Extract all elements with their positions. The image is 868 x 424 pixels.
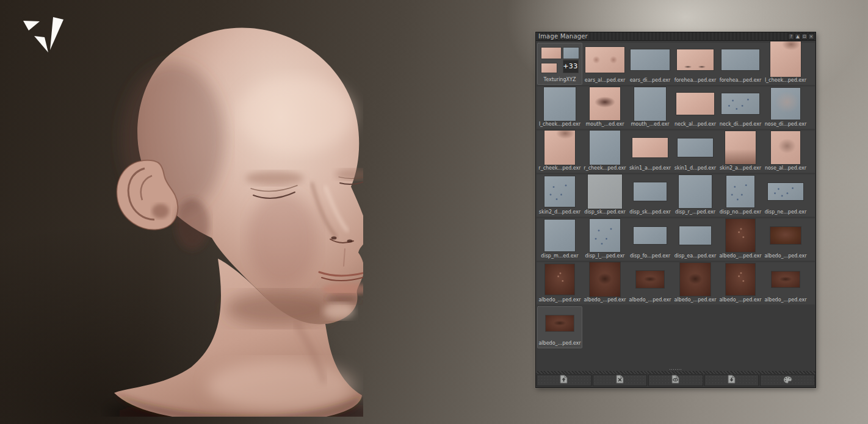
float-window-icon[interactable]: ⊡ — [801, 34, 808, 40]
image-filename: forehea...ped.exr — [673, 77, 718, 84]
image-item[interactable]: neck_di...ped.exr — [718, 87, 763, 129]
image-thumbnail[interactable] — [768, 183, 803, 200]
viewport-3d[interactable]: Image Manager ?▲⊡× +33TexturingXYZears_a… — [0, 0, 868, 424]
image-thumbnail[interactable] — [680, 263, 711, 296]
thumb-area — [673, 262, 718, 296]
image-item[interactable]: albedo_...ped.exr — [763, 262, 808, 304]
image-item[interactable]: albedo_...ped.exr — [627, 262, 673, 304]
image-thumbnail[interactable] — [544, 131, 575, 165]
cheek-shade — [247, 192, 318, 287]
image-item[interactable]: disp_fo...ped.exr — [627, 218, 673, 261]
image-manager-titlebar[interactable]: Image Manager ?▲⊡× — [536, 32, 816, 41]
image-item[interactable]: r_cheek...ped.exr — [582, 131, 627, 173]
image-item[interactable]: disp_r_...ped.exr — [673, 174, 718, 217]
preview-image-button[interactable] — [648, 375, 703, 386]
image-item[interactable]: albedo_...ped.exr — [582, 262, 627, 304]
help-button[interactable]: ? — [788, 34, 794, 40]
image-item[interactable]: disp_no...ped.exr — [718, 174, 763, 217]
image-thumbnail[interactable] — [726, 264, 755, 295]
image-item[interactable]: forehea...ped.exr — [673, 43, 718, 85]
image-item[interactable]: l_cheek...ped.exr — [763, 43, 808, 85]
image-thumbnail[interactable] — [722, 49, 759, 70]
collapse-button[interactable]: ▲ — [795, 34, 801, 40]
image-item[interactable]: disp_m...ed.exr — [537, 218, 582, 261]
panel-resize-handle[interactable] — [669, 368, 682, 370]
image-thumbnail[interactable] — [590, 262, 620, 296]
image-thumbnail[interactable] — [588, 174, 622, 209]
image-thumbnail[interactable] — [544, 87, 576, 121]
close-button[interactable]: × — [808, 34, 814, 40]
image-item[interactable]: disp_l_...ped.exr — [582, 218, 627, 261]
image-thumbnail[interactable] — [590, 131, 620, 165]
image-filename: ears_di...ped.exr — [627, 77, 673, 84]
image-thumbnail[interactable] — [725, 131, 756, 164]
save-image-button[interactable] — [704, 375, 759, 386]
image-thumbnail[interactable] — [590, 219, 620, 252]
image-thumbnail[interactable] — [771, 131, 800, 164]
image-filename: disp_ne...ped.exr — [763, 209, 808, 216]
image-thumbnail[interactable] — [678, 138, 713, 157]
image-item[interactable]: albedo_...ped.exr — [763, 218, 808, 261]
image-thumbnail[interactable] — [544, 176, 575, 207]
image-thumbnail[interactable] — [771, 88, 800, 120]
image-item[interactable]: albedo_...ped.exr — [537, 262, 582, 304]
image-thumbnail[interactable] — [546, 315, 574, 331]
thumb-area — [582, 87, 627, 121]
image-item[interactable]: disp_ne...ped.exr — [763, 174, 808, 217]
image-thumbnail[interactable] — [544, 220, 575, 251]
edit-palette-button[interactable] — [760, 375, 815, 386]
image-thumbnail[interactable] — [631, 49, 670, 70]
image-stack[interactable]: +33 — [541, 48, 579, 73]
thumb-area — [627, 262, 673, 296]
delete-image-button[interactable] — [593, 375, 648, 386]
image-item[interactable]: forehea...ped.exr — [718, 43, 763, 85]
image-thumbnail[interactable] — [770, 41, 801, 77]
image-item[interactable]: albedo_...ped.exr — [673, 262, 718, 304]
image-item[interactable]: disp_sk...ped.exr — [627, 174, 673, 217]
image-thumbnail[interactable] — [545, 264, 574, 295]
thumb-area — [718, 87, 763, 121]
image-item[interactable]: ears_al...ped.exr — [582, 43, 627, 85]
image-item[interactable]: skin2_d...ped.exr — [537, 174, 582, 217]
image-item[interactable]: disp_sk...ped.exr — [582, 174, 627, 217]
image-thumbnail[interactable] — [634, 182, 667, 201]
open-image-button[interactable] — [537, 375, 591, 386]
image-item[interactable]: albedo_...ped.exr — [537, 306, 582, 348]
image-item[interactable]: albedo_...ped.exr — [718, 262, 763, 304]
image-item[interactable]: neck_al...ped.exr — [673, 87, 718, 129]
image-thumbnail[interactable] — [726, 176, 754, 207]
image-item[interactable]: +33TexturingXYZ — [537, 43, 582, 85]
image-thumbnail[interactable] — [676, 93, 714, 115]
image-thumbnail[interactable] — [632, 138, 668, 157]
image-thumbnail[interactable] — [722, 93, 759, 114]
thumb-area — [627, 43, 673, 77]
image-thumbnail[interactable] — [679, 175, 712, 208]
image-item[interactable]: ears_di...ped.exr — [627, 43, 673, 85]
thumb-area — [537, 131, 582, 165]
3d-head-model[interactable] — [101, 23, 363, 417]
image-item[interactable]: r_cheek...ped.exr — [537, 131, 582, 173]
image-thumbnail[interactable] — [677, 49, 714, 70]
image-thumbnail[interactable] — [590, 87, 620, 120]
thumb-area — [718, 131, 763, 165]
image-item[interactable]: nose_di...ped.exr — [763, 87, 808, 129]
image-thumbnail[interactable] — [585, 47, 624, 73]
image-thumbnail[interactable] — [770, 227, 801, 244]
image-item[interactable]: disp_ea...ped.exr — [673, 218, 718, 261]
image-row: albedo_...ped.exralbedo_...ped.exralbedo… — [537, 262, 815, 304]
image-item[interactable]: mouth_...ed.exr — [627, 87, 673, 129]
image-item[interactable]: nose_al...ped.exr — [763, 131, 808, 173]
image-thumbnail[interactable] — [636, 271, 664, 288]
image-item[interactable]: albedo_...ped.exr — [718, 218, 763, 261]
image-thumbnail[interactable] — [679, 226, 711, 245]
image-thumbnail[interactable] — [634, 227, 667, 244]
image-item[interactable]: mouth_...ed.exr — [582, 87, 627, 129]
image-thumbnail[interactable] — [634, 87, 666, 121]
image-thumbnail[interactable] — [726, 219, 755, 252]
image-thumbnail[interactable] — [772, 271, 800, 287]
image-item[interactable]: skin1_d...ped.exr — [673, 131, 718, 173]
image-item[interactable]: skin1_a...ped.exr — [627, 131, 673, 173]
thumb-area — [537, 218, 582, 253]
image-item[interactable]: l_cheek...ped.exr — [537, 87, 582, 129]
image-item[interactable]: skin2_a...ped.exr — [718, 131, 763, 173]
